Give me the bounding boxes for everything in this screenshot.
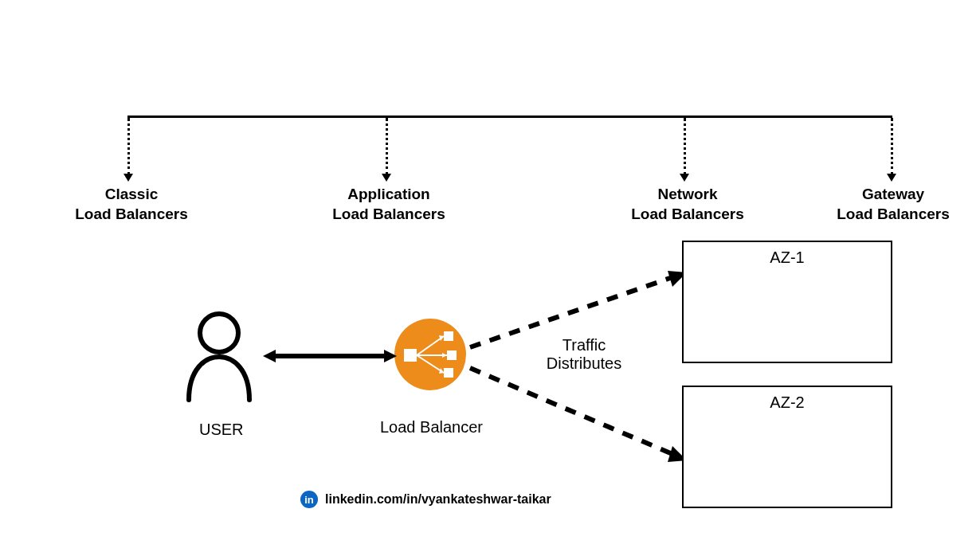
user-icon [179, 307, 259, 403]
linkedin-icon: in [300, 491, 318, 508]
label-network-line1: Network [658, 186, 718, 202]
traffic-line2: Distributes [547, 354, 621, 372]
dotted-arrow-gateway [891, 118, 893, 175]
svg-line-5 [417, 336, 444, 355]
label-classic-line2: Load Balancers [75, 206, 188, 222]
az2-box: AZ-2 [682, 386, 892, 508]
svg-rect-3 [447, 350, 457, 360]
svg-rect-2 [444, 331, 453, 341]
label-application-line1: Application [347, 186, 429, 202]
svg-rect-1 [404, 349, 417, 362]
label-gateway-line2: Load Balancers [837, 206, 950, 222]
attribution-text: linkedin.com/in/vyankateshwar-taikar [325, 492, 551, 507]
az1-label: AZ-1 [684, 249, 891, 267]
svg-marker-8 [442, 353, 447, 358]
az1-box: AZ-1 [682, 241, 892, 363]
label-classic-line1: Classic [105, 186, 159, 202]
label-application: Application Load Balancers [317, 185, 461, 224]
arrowhead-application [382, 174, 391, 182]
label-network-line2: Load Balancers [631, 206, 744, 222]
svg-rect-4 [444, 368, 453, 378]
linkedin-icon-text: in [304, 494, 314, 506]
label-classic: Classic Load Balancers [64, 185, 199, 224]
traffic-line1: Traffic [563, 336, 606, 354]
label-gateway: Gateway Load Balancers [825, 185, 961, 224]
arrowhead-gateway [887, 174, 896, 182]
svg-point-0 [200, 314, 238, 352]
arrowhead-network [680, 174, 689, 182]
svg-marker-13 [384, 350, 397, 362]
dotted-arrow-classic [127, 118, 130, 175]
label-gateway-line1: Gateway [862, 186, 924, 202]
svg-line-9 [417, 355, 444, 373]
load-balancer-icon [394, 319, 466, 390]
arrowhead-classic [123, 174, 133, 182]
dotted-arrow-application [386, 118, 388, 175]
svg-line-16 [470, 368, 672, 454]
top-connector-bar [127, 115, 892, 118]
label-network: Network Load Balancers [620, 185, 755, 224]
traffic-distributes-label: Traffic Distributes [532, 336, 636, 373]
label-application-line2: Load Balancers [332, 206, 445, 222]
user-lb-arrow [263, 344, 397, 368]
az2-label: AZ-2 [684, 393, 891, 412]
load-balancer-glyph [394, 319, 466, 390]
diagram-canvas: Classic Load Balancers Application Load … [0, 0, 980, 552]
dotted-arrow-network [684, 118, 686, 175]
lb-az2-arrow [462, 357, 693, 476]
user-label: USER [199, 421, 244, 439]
svg-marker-12 [263, 350, 276, 362]
